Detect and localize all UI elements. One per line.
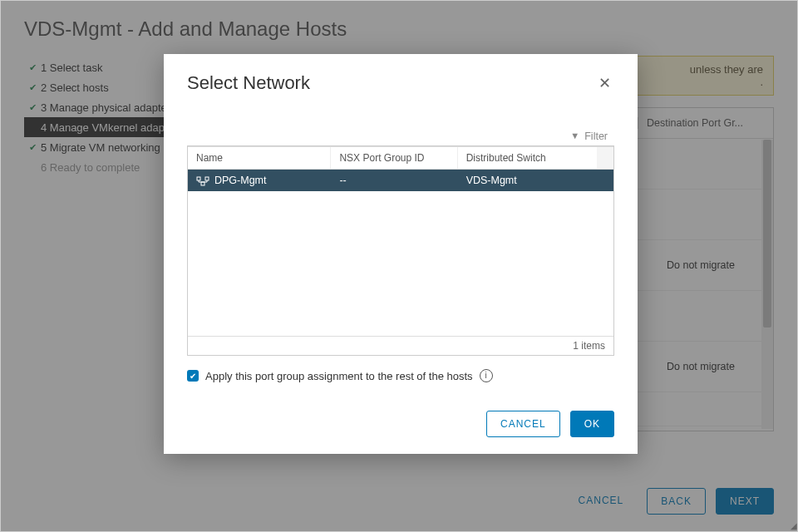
column-nsx-port-group-id[interactable]: NSX Port Group ID	[331, 147, 457, 169]
table-row[interactable]: DPG-Mgmt -- VDS-Mgmt	[188, 170, 613, 191]
cell-name: DPG-Mgmt	[214, 175, 267, 186]
grid-filter[interactable]: ▼ Filter	[187, 127, 614, 145]
cell-nsx: --	[331, 170, 457, 191]
grid-footer: 1 items	[188, 336, 613, 355]
cell-ds: VDS-Mgmt	[458, 170, 597, 191]
modal-cancel-button[interactable]: CANCEL	[486, 411, 560, 437]
svg-rect-2	[201, 182, 204, 185]
filter-icon: ▼	[570, 131, 579, 142]
close-icon[interactable]: ✕	[595, 72, 614, 94]
svg-rect-0	[197, 177, 200, 180]
filter-label: Filter	[584, 131, 608, 142]
apply-label: Apply this port group assignment to the …	[205, 370, 473, 382]
port-group-icon	[196, 176, 208, 185]
column-name[interactable]: Name	[188, 147, 331, 169]
svg-rect-1	[205, 177, 209, 180]
info-icon[interactable]: i	[480, 369, 493, 382]
select-network-modal: Select Network ✕ ▼ Filter Name NSX Port …	[164, 54, 638, 454]
apply-checkbox[interactable]: ✔	[187, 370, 199, 382]
column-distributed-switch[interactable]: Distributed Switch	[458, 147, 597, 169]
modal-ok-button[interactable]: OK	[570, 411, 614, 437]
network-grid: Name NSX Port Group ID Distributed Switc…	[187, 145, 614, 356]
modal-title: Select Network	[187, 72, 310, 94]
